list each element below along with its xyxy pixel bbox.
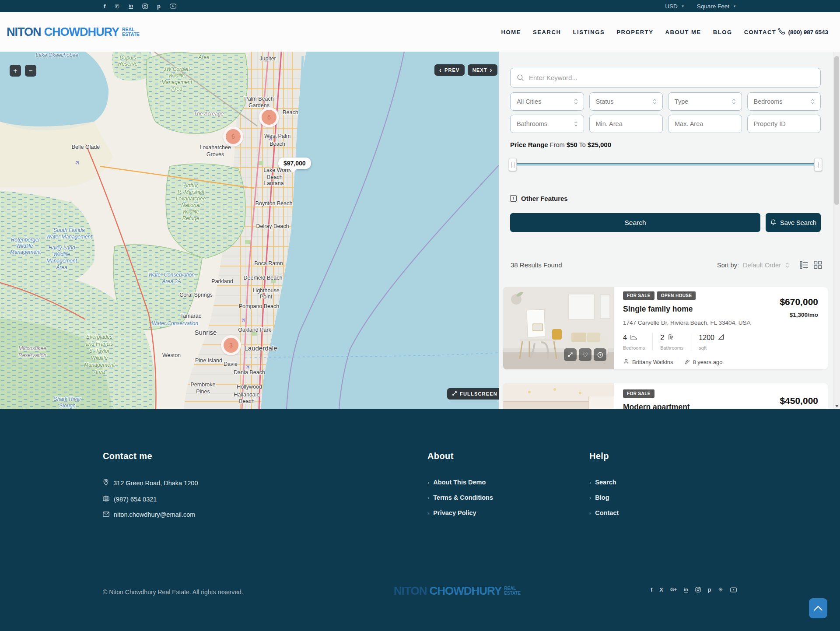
header-phone[interactable]: (800) 987 6543: [778, 28, 828, 36]
linkedin-icon[interactable]: in: [129, 4, 133, 9]
main-content: ✈ ✈ ✈ ✈ JupiterPalm BeachGardensBeachWes…: [0, 52, 840, 409]
max-area-input[interactable]: [668, 115, 742, 133]
keyword-input[interactable]: [510, 68, 821, 88]
map-prev-button[interactable]: ‹ PREV: [434, 64, 465, 76]
updown-icon: [574, 98, 578, 105]
agent-info[interactable]: Brittany Watkins: [623, 358, 673, 366]
nav-item[interactable]: BLOG: [713, 29, 732, 35]
yelp-icon[interactable]: ✳: [718, 587, 723, 592]
currency-select[interactable]: USD ▼: [665, 3, 684, 10]
area-feature: 1200 sqft: [699, 333, 732, 351]
property-card[interactable]: FOR SALE $450,000 Modern apartment: [503, 383, 828, 409]
cities-select[interactable]: All Cities: [510, 92, 584, 111]
nav-item[interactable]: SEARCH: [533, 29, 561, 35]
property-card[interactable]: ♡ FOR SALEOPEN HOUSE Single family home …: [503, 287, 828, 369]
nav-item[interactable]: ABOUT ME: [665, 29, 701, 35]
google-plus-icon[interactable]: G+: [670, 587, 677, 592]
price-min-handle[interactable]: [509, 158, 517, 171]
map-zoom-in-button[interactable]: +: [10, 65, 21, 77]
save-search-button[interactable]: Save Search: [766, 213, 821, 232]
chevron-left-icon: ‹: [439, 67, 442, 74]
map-cluster-marker[interactable]: 3: [221, 335, 241, 355]
price-range-slider[interactable]: [509, 158, 822, 172]
map-fullscreen-button[interactable]: FULLSCREEN: [447, 388, 499, 400]
results-count: 38 Results Found: [511, 261, 562, 269]
search-results-panel: All Cities Status Type Bedrooms Bathroom…: [499, 52, 833, 409]
expand-photo-button[interactable]: [564, 348, 577, 361]
chevron-right-icon: ›: [589, 510, 591, 516]
pinterest-icon[interactable]: p: [157, 4, 161, 9]
min-area-input[interactable]: [589, 115, 663, 133]
search-button[interactable]: Search: [510, 213, 760, 232]
expand-icon: [452, 391, 457, 397]
topbar-social-links: f ✆ in p: [104, 4, 176, 9]
footer-link[interactable]: › Contact: [589, 509, 619, 516]
footer-link[interactable]: › Search: [589, 479, 619, 486]
facebook-icon[interactable]: f: [651, 587, 652, 592]
footer-address: 312 Green Road, Dhaka 1200: [103, 479, 198, 487]
property-address: 1747 Carvelle Dr, Riviera Beach, FL 3340…: [623, 319, 750, 326]
scrollbar-thumb[interactable]: [834, 56, 839, 205]
nav-item[interactable]: HOME: [501, 29, 521, 35]
price-range-text: Price Range From $50 To $25,000: [510, 141, 611, 148]
property-title[interactable]: Single family home: [623, 305, 693, 314]
price-max-handle[interactable]: [814, 158, 822, 171]
youtube-icon[interactable]: [170, 4, 176, 9]
property-photo[interactable]: [503, 383, 614, 409]
type-select[interactable]: Type: [668, 92, 742, 111]
status-select[interactable]: Status: [589, 92, 663, 111]
slider-track: [512, 163, 819, 165]
linkedin-icon[interactable]: in: [684, 587, 688, 592]
property-photo[interactable]: ♡: [503, 287, 614, 369]
chevron-right-icon: ›: [490, 67, 493, 74]
bathrooms-select[interactable]: Bathrooms: [510, 115, 584, 133]
site-logo[interactable]: NITON CHOWDHURY REAL ESTATE: [7, 25, 140, 39]
zoom-photo-button[interactable]: [594, 348, 606, 361]
map[interactable]: ✈ ✈ ✈ ✈ JupiterPalm BeachGardensBeachWes…: [0, 52, 499, 409]
site-header: NITON CHOWDHURY REAL ESTATE HOMESEARCHLI…: [0, 12, 840, 52]
youtube-icon[interactable]: [730, 587, 737, 592]
whatsapp-icon[interactable]: ✆: [115, 4, 119, 9]
footer-link[interactable]: › Privacy Policy: [427, 509, 493, 516]
nav-item[interactable]: PROPERTY: [616, 29, 653, 35]
chevron-right-icon: ›: [427, 510, 429, 516]
scrollbar-down-arrow[interactable]: [835, 405, 839, 407]
footer-email[interactable]: niton.chowdhury@email.com: [103, 511, 198, 518]
map-next-button[interactable]: NEXT ›: [468, 64, 497, 76]
map-price-marker[interactable]: $97,000: [278, 158, 311, 169]
favorite-button[interactable]: ♡: [579, 348, 592, 361]
updown-icon[interactable]: [785, 262, 790, 268]
footer-link[interactable]: › Blog: [589, 494, 619, 501]
footer-phone[interactable]: (987) 654 0321: [103, 495, 198, 503]
facebook-icon[interactable]: f: [104, 4, 105, 9]
scroll-to-top-button[interactable]: [809, 598, 827, 618]
envelope-icon: [103, 511, 109, 518]
grid-view-button[interactable]: [814, 261, 822, 269]
sort-select[interactable]: Default Order: [743, 262, 781, 269]
footer-link[interactable]: › Terms & Conditions: [427, 494, 493, 501]
property-title[interactable]: Modern apartment: [623, 403, 690, 409]
map-cluster-marker[interactable]: 6: [223, 126, 243, 147]
footer-about-heading: About: [427, 451, 493, 461]
other-features-toggle[interactable]: + Other Features: [510, 195, 568, 202]
footer-social-links: f X G+ in p ✳: [651, 587, 737, 592]
unit-select[interactable]: Square Feet ▼: [697, 3, 736, 10]
bedrooms-select[interactable]: Bedrooms: [747, 92, 821, 111]
paperclip-icon: [683, 358, 690, 366]
footer-link[interactable]: › About This Demo: [427, 479, 493, 486]
x-twitter-icon[interactable]: X: [659, 587, 663, 592]
pinterest-icon[interactable]: p: [708, 587, 711, 592]
nav-item[interactable]: LISTINGS: [573, 29, 605, 35]
instagram-icon[interactable]: [695, 587, 701, 592]
list-view-button[interactable]: [800, 261, 808, 269]
status-badge: OPEN HOUSE: [657, 291, 696, 300]
panel-scrollbar[interactable]: [833, 52, 840, 409]
property-price-monthly: $1,300/mo: [790, 312, 818, 318]
instagram-icon[interactable]: [142, 4, 148, 9]
map-cluster-marker[interactable]: 6: [259, 107, 279, 127]
sort-label: Sort by:: [717, 262, 739, 269]
status-badge: FOR SALE: [623, 389, 654, 398]
map-zoom-out-button[interactable]: −: [25, 65, 36, 77]
nav-item[interactable]: CONTACT: [744, 29, 777, 35]
property-id-input[interactable]: [747, 115, 821, 133]
